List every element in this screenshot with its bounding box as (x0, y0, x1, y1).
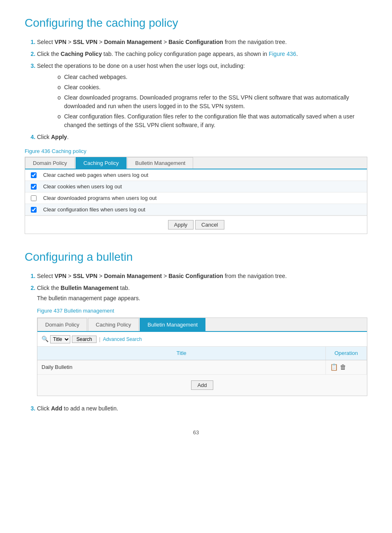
checkbox-cell-3[interactable] (31, 195, 43, 201)
section-caching-policy: Configuring the caching policy Select VP… (25, 16, 367, 234)
caching-policy-table: Clear cached web pages when users log ou… (25, 169, 367, 234)
checkbox-label-3: Clear downloaded programs when users log… (43, 195, 157, 201)
checkbox-label-4: Clear configuration files when users log… (43, 206, 145, 213)
apply-button[interactable]: Apply (168, 220, 194, 229)
col-title: Title (37, 347, 326, 360)
checkbox-row-2: Clear cookies when users log out (25, 181, 367, 192)
section1-title: Configuring the caching policy (25, 16, 367, 30)
bulletin-search-bar: 🔍 Title Search | Advanced Search (37, 332, 367, 347)
step1-1: Select VPN > SSL VPN > Domain Management… (37, 38, 367, 46)
bullet-list: Clear cached webpages. Clear cookies. Cl… (58, 73, 367, 130)
tab-domain-policy[interactable]: Domain Policy (25, 157, 75, 169)
caching-policy-tabs: Domain Policy Caching Policy Bulletin Ma… (25, 157, 367, 169)
figure-437-title: Figure 437 Bulletin management (37, 307, 367, 315)
tab2-caching-policy[interactable]: Caching Policy (88, 318, 139, 331)
checkbox-clear-programs[interactable] (31, 195, 37, 201)
checkbox-row-4: Clear configuration files when users log… (25, 204, 367, 216)
bulletin-title-cell: Daily Bulletin (37, 360, 326, 374)
section2-title: Configuring a bulletin (25, 250, 367, 264)
bulletin-table-header: Title Operation (37, 347, 367, 360)
bulletin-tabs: Domain Policy Caching Policy Bulletin Ma… (37, 318, 367, 332)
checkbox-cell-4[interactable] (31, 207, 43, 213)
search-icon: 🔍 (42, 335, 48, 343)
figure-437: Domain Policy Caching Policy Bulletin Ma… (37, 317, 367, 396)
checkbox-cell-1[interactable] (31, 172, 43, 178)
operation-cell: 📋 🗑 (326, 360, 367, 374)
step2-2-sub: The bulletin management page appears. (37, 294, 367, 303)
bulletin-table-body: Daily Bulletin 📋 🗑 (37, 360, 367, 374)
tab-caching-policy[interactable]: Caching Policy (76, 157, 127, 169)
caching-policy-buttons: Apply Cancel (25, 216, 367, 234)
tab2-domain-policy[interactable]: Domain Policy (37, 318, 87, 331)
edit-icon[interactable]: 📋 (330, 362, 338, 372)
tab-bulletin-management[interactable]: Bulletin Management (127, 157, 193, 169)
checkbox-label-2: Clear cookies when users log out (43, 183, 122, 190)
section-bulletin: Configuring a bulletin Select VPN > SSL … (25, 250, 367, 413)
header-row: Title Operation (37, 347, 367, 360)
add-button-row: Add (37, 375, 367, 396)
bullet-item-1: Clear cached webpages. (58, 73, 367, 81)
separator: | (99, 335, 100, 343)
section1-steps: Select VPN > SSL VPN > Domain Management… (37, 38, 367, 141)
checkbox-cell-2[interactable] (31, 184, 43, 190)
figure-436-title: Figure 436 Caching policy (25, 148, 367, 154)
bullet-item-2: Clear cookies. (58, 83, 367, 92)
step1-2: Click the Caching Policy tab. The cachin… (37, 50, 367, 58)
bullet-item-3: Clear downloaded programs. Downloaded pr… (58, 93, 367, 111)
step2-1: Select VPN > SSL VPN > Domain Management… (37, 272, 367, 280)
cancel-button[interactable]: Cancel (195, 220, 224, 229)
advanced-search-link[interactable]: Advanced Search (103, 336, 142, 343)
col-operation: Operation (326, 347, 367, 360)
figure-436: Domain Policy Caching Policy Bulletin Ma… (25, 157, 367, 234)
operation-icons: 📋 🗑 (330, 362, 362, 372)
step2-2: Click the Bulletin Management tab. The b… (37, 284, 367, 396)
tab2-bulletin-management[interactable]: Bulletin Management (140, 318, 205, 331)
add-button[interactable]: Add (191, 380, 213, 390)
search-field-select[interactable]: Title (50, 335, 70, 343)
bullet-item-4: Clear configuration files. Configuration… (58, 112, 367, 130)
search-button[interactable]: Search (72, 336, 97, 343)
section2-steps: Select VPN > SSL VPN > Domain Management… (37, 272, 367, 413)
checkbox-row-3: Clear downloaded programs when users log… (25, 192, 367, 204)
checkbox-label-1: Clear cached web pages when users log ou… (43, 172, 148, 178)
delete-icon[interactable]: 🗑 (340, 362, 346, 372)
page-number: 63 (25, 429, 367, 436)
step1-3: Select the operations to be done on a us… (37, 62, 367, 130)
step1-4: Click Apply. (37, 133, 367, 141)
figure-link-436: Figure 436 (269, 51, 296, 57)
checkbox-clear-config[interactable] (31, 207, 37, 213)
checkbox-row-1: Clear cached web pages when users log ou… (25, 169, 367, 181)
checkbox-clear-cookies[interactable] (31, 184, 37, 190)
bulletin-table: Title Operation Daily Bulletin 📋 🗑 (37, 347, 367, 375)
table-row: Daily Bulletin 📋 🗑 (37, 360, 367, 374)
checkbox-clear-cached[interactable] (31, 172, 37, 178)
step2-3: Click Add to add a new bulletin. (37, 404, 367, 413)
